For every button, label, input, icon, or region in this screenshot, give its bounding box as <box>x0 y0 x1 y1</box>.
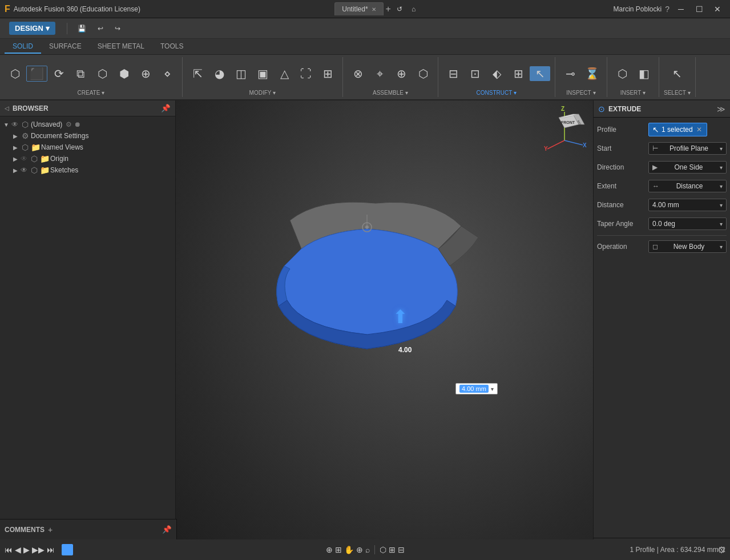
browser-pin-button[interactable]: 📌 <box>161 104 171 112</box>
revolve-button[interactable]: ⟳ <box>49 66 69 81</box>
rigid-group-button[interactable]: ⬡ <box>413 66 433 81</box>
midplane-button[interactable]: ⊞ <box>508 66 529 81</box>
loft-button[interactable]: ⬡ <box>92 66 112 81</box>
undo-button[interactable]: ↩ <box>94 23 107 34</box>
display-mode-button[interactable]: ⬡ <box>380 545 386 554</box>
step-forward-button[interactable]: ▶▶ <box>32 545 45 554</box>
extrude-panel: ⊙ EXTRUDE ≫ Profile ↖ 1 selected ✕ Start… <box>593 100 730 560</box>
tree-item-document-settings[interactable]: ▶ ⚙ Document Settings <box>0 130 175 142</box>
plane-at-angle-button[interactable]: ⊡ <box>465 66 485 81</box>
tree-item-unsaved[interactable]: ▼ 👁 ⬡ (Unsaved) ⚙ ⏺ <box>0 119 175 130</box>
distance-input[interactable]: 4.00 mm ▾ <box>648 199 727 211</box>
start-dropdown[interactable]: ⊢ Profile Plane ▾ <box>648 142 727 155</box>
step-back-button[interactable]: ◀ <box>15 545 21 554</box>
tree-item-origin[interactable]: ▶ 👁 ⬡ 📁 Origin <box>0 153 175 164</box>
step-back-start-button[interactable]: ⏮ <box>5 545 13 554</box>
offset-plane-button[interactable]: ⊟ <box>443 66 463 81</box>
tree-expand-origin[interactable]: ▶ <box>11 156 19 162</box>
web-button[interactable]: ⊕ <box>135 66 156 81</box>
tab-close-icon[interactable]: ✕ <box>372 6 376 13</box>
viewport[interactable]: ⬆ 4.00 4.00 mm ▾ Z Y X <box>176 100 593 560</box>
interference-button[interactable]: ⌛ <box>582 66 602 81</box>
tree-expand-unsaved[interactable]: ▼ <box>2 122 10 128</box>
callout-arrow-icon[interactable]: ▾ <box>491 386 494 392</box>
maximize-button[interactable]: ☐ <box>691 1 707 17</box>
press-pull-button[interactable]: ⇱ <box>187 66 208 81</box>
decal-button[interactable]: ◧ <box>634 66 654 81</box>
tree-expand-doc-settings[interactable]: ▶ <box>11 133 19 139</box>
save-button[interactable]: 💾 <box>74 23 90 34</box>
sweep-button[interactable]: ⧉ <box>70 66 91 81</box>
direction-dropdown[interactable]: ▶ One Side ▾ <box>648 161 727 174</box>
extrude-expand-button[interactable]: ≫ <box>717 104 725 114</box>
draft-button[interactable]: △ <box>274 66 295 81</box>
tree-eye-sketches[interactable]: 👁 <box>21 166 29 174</box>
minimize-button[interactable]: ─ <box>673 1 689 17</box>
as-built-joint-button[interactable]: ⌖ <box>369 66 390 81</box>
dimension-input[interactable]: 4.00 mm <box>459 385 489 393</box>
design-dropdown-button[interactable]: DESIGN ▾ <box>9 22 55 35</box>
view-cube[interactable]: Z Y X FRONT RIGHT <box>542 106 587 152</box>
tree-eye-origin[interactable]: 👁 <box>21 155 29 163</box>
close-button[interactable]: ✕ <box>709 1 725 17</box>
combine-button[interactable]: ⊞ <box>317 66 338 81</box>
orbit-tool-button[interactable]: ⊕ <box>326 545 333 554</box>
timeline-thumbnail[interactable] <box>62 544 73 555</box>
shell-button[interactable]: ▣ <box>252 66 273 81</box>
pan-box-button[interactable]: ⊞ <box>335 545 342 554</box>
rib-button[interactable]: ⬢ <box>114 66 134 81</box>
comments-panel: COMMENTS + 📌 <box>0 519 177 539</box>
extrude-button[interactable]: ⬛ <box>26 66 47 82</box>
refresh-button[interactable]: ↺ <box>393 3 406 15</box>
fillet-button[interactable]: ◕ <box>209 66 229 81</box>
cursor-button[interactable]: ↖ <box>530 66 550 81</box>
as-built-joint-icon: ⌖ <box>377 68 383 79</box>
tree-expand-named-views[interactable]: ▶ <box>11 144 19 151</box>
browser-collapse-button[interactable]: ◁ <box>5 105 9 111</box>
display-settings-button[interactable]: ⊟ <box>398 545 405 554</box>
play-button[interactable]: ▶ <box>23 545 30 554</box>
select-button[interactable]: ↖ <box>667 66 687 81</box>
grid-button[interactable]: ⊞ <box>389 545 396 554</box>
taper-angle-input[interactable]: 0.0 deg ▾ <box>648 217 727 230</box>
insert-derive-button[interactable]: ⬡ <box>612 66 632 81</box>
user-area: Marcin Poblocki <box>614 5 662 13</box>
dimension-callout[interactable]: 4.00 mm ▾ <box>455 383 498 394</box>
chamfer-button[interactable]: ◫ <box>231 66 251 81</box>
measure-button[interactable]: ⊸ <box>560 66 580 81</box>
tree-eye-unsaved[interactable]: 👁 <box>11 120 19 128</box>
new-tab-button[interactable]: + <box>386 4 391 14</box>
home-button[interactable]: ⌂ <box>408 3 419 15</box>
new-joint-icon: ⊗ <box>353 68 363 79</box>
pan-tool-button[interactable]: ✋ <box>344 545 354 554</box>
document-tab[interactable]: Untitled* ✕ <box>334 2 383 15</box>
title-bar-title: Autodesk Fusion 360 (Education License) <box>14 5 140 13</box>
emboss-button[interactable]: ⋄ <box>157 66 178 81</box>
tab-sheet-metal[interactable]: SHEET METAL <box>90 40 152 54</box>
tab-tools[interactable]: TOOLS <box>152 40 191 54</box>
joint-origin-button[interactable]: ⊕ <box>391 66 412 81</box>
help-button[interactable]: ? <box>665 5 669 14</box>
zoom-button[interactable]: ⊕ <box>356 545 363 554</box>
profile-clear-button[interactable]: ✕ <box>695 126 703 134</box>
settings-button[interactable]: ⚙ <box>717 545 725 555</box>
tab-solid[interactable]: SOLID <box>5 40 41 54</box>
step-forward-end-button[interactable]: ⏭ <box>47 545 55 554</box>
tree-settings-icon[interactable]: ⚙ <box>66 120 72 128</box>
new-component-button[interactable]: ⬡ <box>5 66 25 81</box>
profile-selected-value[interactable]: ↖ 1 selected ✕ <box>648 123 707 136</box>
tree-item-named-views[interactable]: ▶ ⬡ 📁 Named Views <box>0 142 175 153</box>
operation-dropdown[interactable]: ◻ New Body ▾ <box>648 240 727 253</box>
zoom-fit-button[interactable]: ⌕ <box>365 545 370 554</box>
comments-pin-button[interactable]: 📌 <box>162 525 172 534</box>
add-comment-button[interactable]: + <box>48 525 53 534</box>
tree-item-sketches[interactable]: ▶ 👁 ⬡ 📁 Sketches <box>0 164 175 176</box>
new-joint-button[interactable]: ⊗ <box>348 66 368 81</box>
tangent-plane-button[interactable]: ⬖ <box>486 66 507 81</box>
redo-button[interactable]: ↪ <box>111 23 124 34</box>
scale-button[interactable]: ⛶ <box>296 66 316 81</box>
extent-dropdown[interactable]: ↔ Distance ▾ <box>648 180 727 192</box>
tab-surface[interactable]: SURFACE <box>41 40 90 54</box>
tree-expand-sketches[interactable]: ▶ <box>11 167 19 174</box>
tree-record-icon[interactable]: ⏺ <box>74 120 81 128</box>
